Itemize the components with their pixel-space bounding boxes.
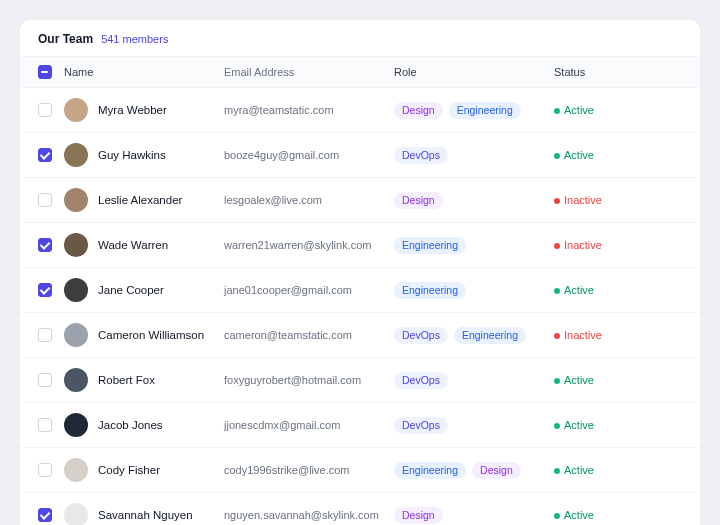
avatar [64,368,88,392]
member-email: lesgoalex@live.com [224,194,394,206]
table-row[interactable]: Jacob Jonesjjonescdmx@gmail.comDevOpsAct… [20,403,700,448]
row-checkbox[interactable] [38,148,52,162]
avatar [64,413,88,437]
status-dot-icon [554,198,560,204]
status-text: Active [564,374,594,386]
avatar [64,503,88,525]
status-badge: Active [554,374,682,386]
status-badge: Inactive [554,194,682,206]
status-text: Active [564,149,594,161]
status-badge: Active [554,104,682,116]
status-dot-icon [554,108,560,114]
row-checkbox[interactable] [38,328,52,342]
status-text: Active [564,104,594,116]
role-tag: Engineering [449,102,521,119]
role-tag: Engineering [454,327,526,344]
avatar [64,323,88,347]
row-checkbox[interactable] [38,463,52,477]
member-name: Robert Fox [98,374,155,386]
table-row[interactable]: Cody Fishercody1996strike@live.comEngine… [20,448,700,493]
member-name: Savannah Nguyen [98,509,193,521]
card-header: Our Team 541 members [20,20,700,56]
avatar [64,143,88,167]
role-tag: Design [394,102,443,119]
status-badge: Inactive [554,329,682,341]
team-table-card: Our Team 541 members Name Email Address … [20,20,700,525]
status-badge: Active [554,464,682,476]
member-email: cody1996strike@live.com [224,464,394,476]
member-email: foxyguyrobert@hotmail.com [224,374,394,386]
role-tag: DevOps [394,417,448,434]
status-text: Active [564,464,594,476]
select-all-checkbox[interactable] [38,65,52,79]
avatar [64,278,88,302]
row-checkbox[interactable] [38,418,52,432]
member-email: jane01cooper@gmail.com [224,284,394,296]
member-name: Jacob Jones [98,419,163,431]
role-tag: Engineering [394,282,466,299]
role-tag: DevOps [394,372,448,389]
avatar [64,458,88,482]
column-header-status[interactable]: Status [554,66,682,78]
status-dot-icon [554,153,560,159]
member-email: cameron@teamstatic.com [224,329,394,341]
row-checkbox[interactable] [38,283,52,297]
member-name: Leslie Alexander [98,194,182,206]
status-badge: Active [554,419,682,431]
role-tag: DevOps [394,327,448,344]
status-text: Active [564,284,594,296]
column-header-name[interactable]: Name [64,66,224,78]
row-checkbox[interactable] [38,508,52,522]
card-title: Our Team [38,32,93,46]
member-email: myra@teamstatic.com [224,104,394,116]
status-text: Active [564,509,594,521]
table-header-row: Name Email Address Role Status [20,56,700,88]
column-header-role[interactable]: Role [394,66,554,78]
avatar [64,188,88,212]
role-tag: Engineering [394,237,466,254]
status-dot-icon [554,333,560,339]
status-dot-icon [554,423,560,429]
avatar [64,233,88,257]
row-checkbox[interactable] [38,193,52,207]
status-dot-icon [554,378,560,384]
avatar [64,98,88,122]
role-tag: Engineering [394,462,466,479]
table-row[interactable]: Cameron Williamsoncameron@teamstatic.com… [20,313,700,358]
status-badge: Inactive [554,239,682,251]
member-name: Wade Warren [98,239,168,251]
member-count-badge: 541 members [101,33,168,45]
table-row[interactable]: Jane Cooperjane01cooper@gmail.comEnginee… [20,268,700,313]
role-tag: DevOps [394,147,448,164]
role-tag: Design [394,192,443,209]
member-name: Cody Fisher [98,464,160,476]
status-dot-icon [554,513,560,519]
member-email: nguyen.savannah@skylink.com [224,509,394,521]
role-tag: Design [394,507,443,524]
status-badge: Active [554,509,682,521]
member-email: warren21warren@skylink.com [224,239,394,251]
table-row[interactable]: Leslie Alexanderlesgoalex@live.comDesign… [20,178,700,223]
row-checkbox[interactable] [38,103,52,117]
status-text: Active [564,419,594,431]
table-row[interactable]: Guy Hawkinsbooze4guy@gmail.comDevOpsActi… [20,133,700,178]
column-header-email[interactable]: Email Address [224,66,394,78]
status-dot-icon [554,288,560,294]
status-dot-icon [554,468,560,474]
row-checkbox[interactable] [38,238,52,252]
status-badge: Active [554,149,682,161]
status-text: Inactive [564,239,602,251]
member-name: Cameron Williamson [98,329,204,341]
table-row[interactable]: Wade Warrenwarren21warren@skylink.comEng… [20,223,700,268]
role-tag: Design [472,462,521,479]
table-row[interactable]: Savannah Nguyennguyen.savannah@skylink.c… [20,493,700,525]
row-checkbox[interactable] [38,373,52,387]
table-row[interactable]: Robert Foxfoxyguyrobert@hotmail.comDevOp… [20,358,700,403]
member-name: Guy Hawkins [98,149,166,161]
member-email: booze4guy@gmail.com [224,149,394,161]
table-row[interactable]: Myra Webbermyra@teamstatic.comDesignEngi… [20,88,700,133]
member-name: Myra Webber [98,104,167,116]
status-dot-icon [554,243,560,249]
member-name: Jane Cooper [98,284,164,296]
member-email: jjonescdmx@gmail.com [224,419,394,431]
